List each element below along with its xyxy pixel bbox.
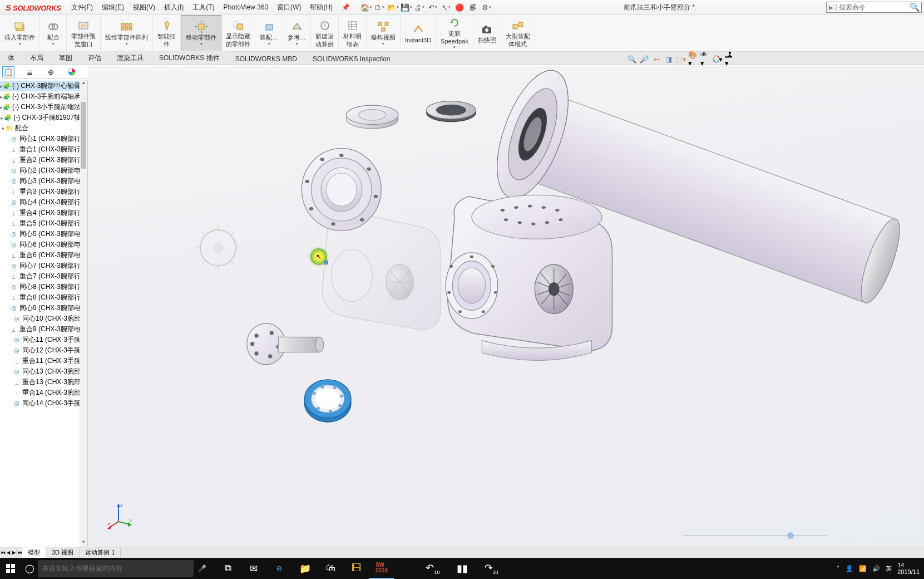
assembly-features-button[interactable]: 装配…▾ bbox=[255, 15, 283, 51]
tray-time[interactable]: 142019/11 bbox=[897, 562, 920, 575]
feature-manager-tree[interactable]: ▸ 🧩 (-) CHX-3腕部中心轴骨架 ▸ 🧩 (-) CHX-3手腕前端轴承… bbox=[0, 80, 88, 547]
tree-item[interactable]: ⟂ 重合5 (CHX-3腕部行基 bbox=[0, 218, 87, 229]
new-motion-study-button[interactable]: 新建运 动算例 bbox=[311, 15, 339, 51]
show-hidden-button[interactable]: 显示隐藏 的零部件 bbox=[221, 15, 255, 51]
configuration-tab-icon[interactable]: ⊕ bbox=[45, 66, 57, 77]
component-preview-button[interactable]: 零部件预 览窗口 bbox=[67, 15, 101, 51]
mate-button[interactable]: 配合▾ bbox=[40, 15, 67, 51]
tab-addins[interactable]: SOLIDWORKS 插件 bbox=[151, 51, 228, 65]
snapshot-button[interactable]: 拍快照 bbox=[473, 15, 501, 51]
search-icon[interactable]: 🔍 bbox=[909, 2, 921, 12]
tray-network-icon[interactable]: 📶 bbox=[859, 565, 867, 572]
open-icon[interactable]: 📂▾ bbox=[387, 2, 399, 13]
search-scope-icon[interactable]: ▶ bbox=[827, 4, 837, 11]
start-button[interactable] bbox=[0, 558, 21, 579]
tree-item[interactable]: ⟂ 重合14 (CHX-3腕部行 bbox=[0, 387, 87, 398]
cortana-icon[interactable]: ◯ bbox=[21, 563, 38, 573]
menu-photoview[interactable]: PhotoView 360 bbox=[219, 3, 273, 11]
tree-item[interactable]: ⟂ 重合2 (CHX-3腕部行基 bbox=[0, 155, 87, 165]
menu-tools[interactable]: 工具(T) bbox=[188, 3, 219, 12]
display-style-icon[interactable]: 🎨▾ bbox=[688, 54, 698, 64]
solidworks-app-icon[interactable]: SW2018 bbox=[369, 558, 394, 579]
smart-fastener-button[interactable]: 智能扣 件 bbox=[153, 15, 181, 51]
tree-item[interactable]: ◎ 同心13 (CHX-3腕部行 bbox=[0, 366, 87, 377]
instant3d-button[interactable]: Instant3D bbox=[401, 15, 436, 51]
expand-icon[interactable]: ▾ bbox=[0, 126, 6, 131]
media-pause-icon[interactable]: ▮▮ bbox=[457, 562, 468, 575]
tree-item[interactable]: ⟂ 重合13 (CHX-3腕部行 bbox=[0, 377, 87, 387]
tab-nav-next-icon[interactable]: ▶ bbox=[11, 549, 17, 556]
media-back-icon[interactable]: ↶10 bbox=[426, 562, 439, 575]
taskbar-search[interactable] bbox=[38, 560, 194, 577]
graphics-viewport[interactable]: Z Y X bbox=[88, 66, 924, 547]
tree-item[interactable]: ◎ 同心8 (CHX-3腕部行基 bbox=[0, 282, 87, 292]
tab-render[interactable]: 渲染工具 bbox=[109, 51, 151, 65]
search-input[interactable] bbox=[837, 3, 909, 11]
tree-item[interactable]: ◎ 同心14 (CHX-3手腕直 bbox=[0, 398, 87, 409]
tree-item[interactable]: ◎ 同心2 (CHX-3腕部电机 bbox=[0, 165, 87, 176]
print-icon[interactable]: 🖨▾ bbox=[413, 2, 426, 13]
large-assembly-button[interactable]: 大型装配 体模式 bbox=[501, 15, 535, 51]
orientation-triad[interactable]: Z Y X bbox=[105, 502, 132, 530]
tree-item[interactable]: ⟂ 重合6 (CHX-3腕部电机 bbox=[0, 250, 87, 261]
pin-menu-icon[interactable]: 📌 bbox=[337, 3, 354, 11]
reference-geometry-button[interactable]: 参考…▾ bbox=[283, 15, 311, 51]
tree-item[interactable]: ⟂ 重合4 (CHX-3腕部行基 bbox=[0, 208, 87, 218]
edge-app-icon[interactable]: e bbox=[267, 558, 291, 579]
scroll-up-icon[interactable]: ▴ bbox=[80, 80, 87, 87]
tab-inspection[interactable]: SOLIDWORKS Inspection bbox=[305, 52, 398, 65]
tree-item[interactable]: ⟂ 重合11 (CHX-3手腕直 bbox=[0, 356, 87, 366]
tree-item[interactable]: ◎ 同心3 (CHX-3腕部电机 bbox=[0, 176, 87, 187]
options-icon[interactable]: 🗐 bbox=[467, 2, 479, 13]
tab-body[interactable]: 体 bbox=[0, 51, 22, 65]
tree-item[interactable]: ▸ 🧩 (-) CHX-3小手腕前端法兰 bbox=[0, 102, 87, 112]
menu-file[interactable]: 文件(F) bbox=[67, 3, 97, 12]
menu-view[interactable]: 视图(V) bbox=[129, 3, 160, 12]
tree-scrollbar[interactable]: ▴ ▾ bbox=[80, 80, 87, 547]
menu-window[interactable]: 窗口(W) bbox=[273, 3, 305, 12]
tree-item[interactable]: ◎ 同心1 (CHX-3腕部行基 bbox=[0, 134, 87, 144]
tree-item[interactable]: ⟂ 重合7 (CHX-3腕部行基 bbox=[0, 271, 87, 282]
tree-item[interactable]: ◎ 同心10 (CHX-3腕部电 bbox=[0, 313, 87, 324]
tree-item[interactable]: ⟂ 重合3 (CHX-3腕部行基 bbox=[0, 187, 87, 197]
scroll-down-icon[interactable]: ▾ bbox=[80, 539, 87, 547]
tree-item[interactable]: ◎ 同心4 (CHX-3腕部行基 bbox=[0, 197, 87, 208]
tray-volume-icon[interactable]: 🔊 bbox=[872, 565, 880, 572]
scene-icon[interactable]: 🏞▾ bbox=[725, 54, 735, 64]
menu-edit[interactable]: 编辑(E) bbox=[97, 3, 129, 12]
tab-nav-first-icon[interactable]: ⏮ bbox=[0, 549, 6, 556]
bom-button[interactable]: 材料明 细表 bbox=[339, 15, 367, 51]
tray-people-icon[interactable]: 👤 bbox=[846, 565, 853, 572]
prev-view-icon[interactable]: ↩ bbox=[651, 54, 661, 64]
bottom-tab-model[interactable]: 模型 bbox=[22, 547, 46, 558]
tree-item[interactable]: ◎ 同心7 (CHX-3腕部行基 bbox=[0, 261, 87, 271]
move-component-button[interactable]: 移动零部件▾ bbox=[181, 15, 221, 51]
tree-item[interactable]: ◎ 同心11 (CHX-3手腕直 bbox=[0, 335, 87, 345]
taskbar-search-input[interactable] bbox=[42, 565, 189, 572]
property-manager-tab-icon[interactable]: ≣ bbox=[23, 66, 36, 77]
tab-mbd[interactable]: SOLIDWORKS MBD bbox=[228, 52, 305, 65]
tray-ime[interactable]: 英 bbox=[886, 565, 892, 573]
tree-item[interactable]: ⟂ 重合8 (CHX-3腕部行基 bbox=[0, 292, 87, 303]
hide-show-icon[interactable]: 👁▾ bbox=[700, 54, 710, 64]
bottom-tab-3dview[interactable]: 3D 视图 bbox=[46, 547, 80, 558]
scroll-thumb[interactable] bbox=[81, 102, 86, 169]
view-orientation-icon[interactable]: ⬚▾ bbox=[676, 54, 686, 64]
new-doc-icon[interactable]: 🗋▾ bbox=[373, 2, 386, 13]
menu-insert[interactable]: 插入(I) bbox=[160, 3, 188, 12]
appearance-icon[interactable]: ▾ bbox=[713, 54, 723, 64]
tree-item[interactable]: ▸ 🧩 (-) CHX-3手腕前端轴承顶 bbox=[0, 91, 87, 102]
update-speedpak-button[interactable]: 更新 Speedpak▾ bbox=[436, 15, 473, 51]
rebuild-icon[interactable]: 🔴 bbox=[453, 2, 466, 13]
home-icon[interactable]: 🏠▾ bbox=[360, 2, 372, 13]
tab-nav-last-icon[interactable]: ⏭ bbox=[17, 549, 22, 556]
task-view-icon[interactable]: ⧉ bbox=[216, 558, 240, 579]
tree-item[interactable]: ▾ 📁 配合 bbox=[0, 123, 87, 134]
tree-item[interactable]: ⟂ 重合1 (CHX-3腕部行基 bbox=[0, 144, 87, 155]
insert-component-button[interactable]: 插入零部件▾ bbox=[0, 15, 40, 51]
tree-item[interactable]: ▸ 🧩 (-) CHX-3腕部中心轴骨架 bbox=[0, 81, 87, 91]
undo-icon[interactable]: ↶▾ bbox=[427, 2, 439, 13]
bottom-tab-motion[interactable]: 运动算例 1 bbox=[80, 547, 121, 558]
timeline-scrubber[interactable] bbox=[683, 532, 827, 539]
media-forward-icon[interactable]: ↷30 bbox=[485, 562, 498, 575]
